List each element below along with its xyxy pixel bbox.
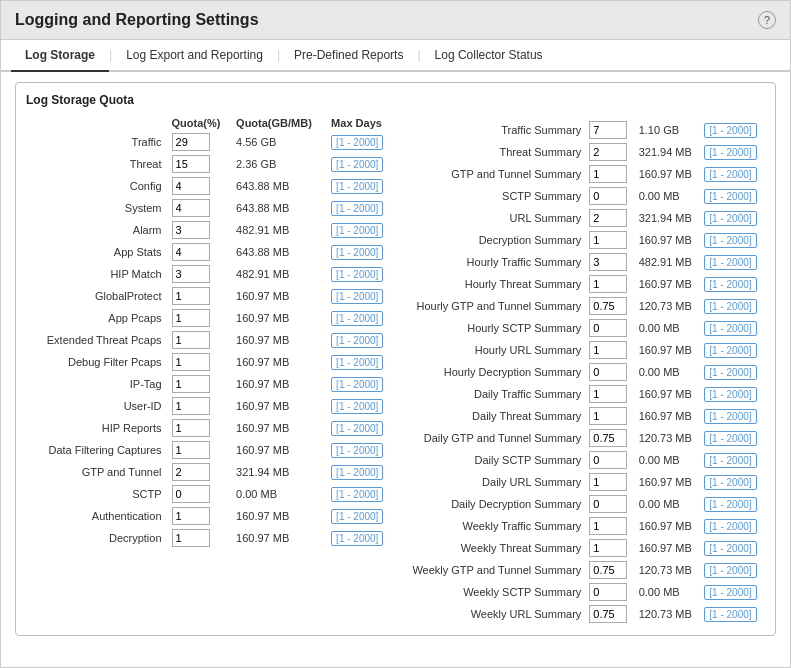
summary-value-input[interactable] [589, 407, 627, 425]
max-days-btn[interactable]: [1 - 2000] [331, 311, 383, 326]
left-table-row: HIP Match 482.91 MB [1 - 2000] [26, 263, 396, 285]
max-days-btn[interactable]: [1 - 2000] [331, 245, 383, 260]
max-days-btn[interactable]: [1 - 2000] [331, 267, 383, 282]
summary-value-input[interactable] [589, 121, 627, 139]
max-days-btn[interactable]: [1 - 2000] [331, 135, 383, 150]
quota-pct-input[interactable] [172, 133, 210, 151]
summary-value-input[interactable] [589, 209, 627, 227]
summary-value-input[interactable] [589, 539, 627, 557]
quota-pct-input[interactable] [172, 177, 210, 195]
max-days-btn[interactable]: [1 - 2000] [331, 289, 383, 304]
right-table-row: Daily GTP and Tunnel Summary 120.73 MB [… [396, 427, 766, 449]
summary-value-input[interactable] [589, 583, 627, 601]
summary-range-btn[interactable]: [1 - 2000] [704, 189, 756, 204]
quota-gb-value: 2.36 GB [232, 153, 327, 175]
summary-range-btn[interactable]: [1 - 2000] [704, 365, 756, 380]
summary-range-btn[interactable]: [1 - 2000] [704, 123, 756, 138]
summary-range-btn[interactable]: [1 - 2000] [704, 211, 756, 226]
summary-range-btn[interactable]: [1 - 2000] [704, 145, 756, 160]
quota-pct-input[interactable] [172, 485, 210, 503]
right-table-row: Hourly GTP and Tunnel Summary 120.73 MB … [396, 295, 766, 317]
quota-pct-input[interactable] [172, 353, 210, 371]
quota-pct-input[interactable] [172, 309, 210, 327]
summary-size: 160.97 MB [635, 471, 701, 493]
summary-size: 160.97 MB [635, 537, 701, 559]
max-days-btn[interactable]: [1 - 2000] [331, 377, 383, 392]
max-days-btn[interactable]: [1 - 2000] [331, 487, 383, 502]
summary-value-input[interactable] [589, 605, 627, 623]
quota-pct-input[interactable] [172, 397, 210, 415]
summary-value-input[interactable] [589, 297, 627, 315]
summary-range-btn[interactable]: [1 - 2000] [704, 409, 756, 424]
max-days-btn[interactable]: [1 - 2000] [331, 509, 383, 524]
left-table-row: Traffic 4.56 GB [1 - 2000] [26, 131, 396, 153]
summary-value-input[interactable] [589, 451, 627, 469]
max-days-btn[interactable]: [1 - 2000] [331, 399, 383, 414]
quota-pct-input[interactable] [172, 155, 210, 173]
summary-range-btn[interactable]: [1 - 2000] [704, 563, 756, 578]
summary-value-input[interactable] [589, 385, 627, 403]
summary-value-input[interactable] [589, 165, 627, 183]
quota-pct-input[interactable] [172, 199, 210, 217]
max-days-btn[interactable]: [1 - 2000] [331, 355, 383, 370]
summary-range-btn[interactable]: [1 - 2000] [704, 233, 756, 248]
left-table-row: Authentication 160.97 MB [1 - 2000] [26, 505, 396, 527]
quota-pct-input[interactable] [172, 265, 210, 283]
quota-gb-value: 4.56 GB [232, 131, 327, 153]
summary-range-btn[interactable]: [1 - 2000] [704, 255, 756, 270]
summary-value-input[interactable] [589, 319, 627, 337]
tab-predefined-reports[interactable]: Pre-Defined Reports [280, 40, 417, 72]
summary-range-btn[interactable]: [1 - 2000] [704, 387, 756, 402]
max-days-btn[interactable]: [1 - 2000] [331, 333, 383, 348]
summary-value-input[interactable] [589, 363, 627, 381]
summary-value-input[interactable] [589, 429, 627, 447]
summary-range-btn[interactable]: [1 - 2000] [704, 277, 756, 292]
quota-pct-input[interactable] [172, 529, 210, 547]
summary-value-input[interactable] [589, 473, 627, 491]
summary-range-btn[interactable]: [1 - 2000] [704, 541, 756, 556]
quota-pct-input[interactable] [172, 463, 210, 481]
summary-range-btn[interactable]: [1 - 2000] [704, 497, 756, 512]
summary-range-btn[interactable]: [1 - 2000] [704, 607, 756, 622]
quota-pct-input[interactable] [172, 419, 210, 437]
summary-range-btn[interactable]: [1 - 2000] [704, 453, 756, 468]
summary-range-btn[interactable]: [1 - 2000] [704, 475, 756, 490]
max-days-btn[interactable]: [1 - 2000] [331, 443, 383, 458]
quota-pct-input[interactable] [172, 507, 210, 525]
summary-range-btn[interactable]: [1 - 2000] [704, 299, 756, 314]
max-days-btn[interactable]: [1 - 2000] [331, 179, 383, 194]
max-days-btn[interactable]: [1 - 2000] [331, 201, 383, 216]
summary-range-btn[interactable]: [1 - 2000] [704, 343, 756, 358]
summary-value-input[interactable] [589, 517, 627, 535]
summary-range-btn[interactable]: [1 - 2000] [704, 585, 756, 600]
summary-value-input[interactable] [589, 561, 627, 579]
quota-pct-input[interactable] [172, 243, 210, 261]
summary-value-input[interactable] [589, 187, 627, 205]
quota-pct-input[interactable] [172, 441, 210, 459]
tab-log-export[interactable]: Log Export and Reporting [112, 40, 277, 72]
summary-value-input[interactable] [589, 143, 627, 161]
quota-pct-input[interactable] [172, 221, 210, 239]
summary-range-btn[interactable]: [1 - 2000] [704, 167, 756, 182]
max-days-btn[interactable]: [1 - 2000] [331, 223, 383, 238]
max-days-btn[interactable]: [1 - 2000] [331, 157, 383, 172]
max-days-btn[interactable]: [1 - 2000] [331, 465, 383, 480]
quota-pct-input[interactable] [172, 331, 210, 349]
summary-value-input[interactable] [589, 495, 627, 513]
left-table-row: App Stats 643.88 MB [1 - 2000] [26, 241, 396, 263]
quota-pct-input[interactable] [172, 287, 210, 305]
tab-log-collector[interactable]: Log Collector Status [421, 40, 557, 72]
left-table-row: Alarm 482.91 MB [1 - 2000] [26, 219, 396, 241]
summary-range-btn[interactable]: [1 - 2000] [704, 431, 756, 446]
max-days-btn[interactable]: [1 - 2000] [331, 421, 383, 436]
summary-range-btn[interactable]: [1 - 2000] [704, 519, 756, 534]
summary-value-input[interactable] [589, 253, 627, 271]
summary-value-input[interactable] [589, 231, 627, 249]
summary-value-input[interactable] [589, 341, 627, 359]
summary-range-btn[interactable]: [1 - 2000] [704, 321, 756, 336]
quota-pct-input[interactable] [172, 375, 210, 393]
help-icon[interactable]: ? [758, 11, 776, 29]
summary-value-input[interactable] [589, 275, 627, 293]
max-days-btn[interactable]: [1 - 2000] [331, 531, 383, 546]
tab-log-storage[interactable]: Log Storage [11, 40, 109, 72]
